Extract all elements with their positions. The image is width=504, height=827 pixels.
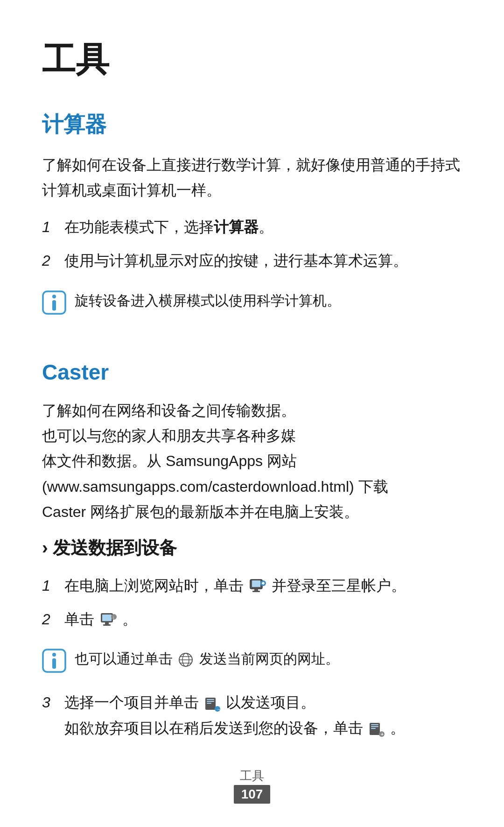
calculator-title: 计算器: [42, 110, 462, 139]
later-send-icon: +: [369, 721, 385, 737]
svg-point-1: [52, 295, 56, 298]
svg-rect-26: [207, 701, 214, 702]
caster-step-number-3: 3: [42, 690, 56, 741]
calculator-section: 计算器 了解如何在设备上直接进行数学计算，就好像使用普通的手持式计算机或桌面计算…: [42, 110, 462, 318]
caster-step-content-2: 单击 ↓ 。: [64, 607, 462, 632]
caster-note-text: 也可以通过单击 发送当前网页的网址。: [75, 647, 339, 671]
footer-page-number: 107: [234, 785, 271, 804]
svg-rect-31: [371, 724, 378, 725]
step-content-1: 在功能表模式下，选择计算器。: [64, 214, 462, 240]
calculator-note-text: 旋转设备进入横屏模式以使用科学计算机。: [75, 289, 341, 312]
caster-steps: 1 在电脑上浏览网站时，单击 并登录至三星帐户。 2 单击: [42, 573, 462, 632]
caster-steps-continued: 3 选择一个项目并单击 → 以发送项目。 如欲放弃项目以: [42, 690, 462, 741]
note-icon-2: [42, 649, 66, 673]
caster-step-number-1: 1: [42, 573, 56, 598]
send-data-subsection-title: › 发送数据到设备: [42, 536, 462, 560]
svg-rect-18: [52, 658, 56, 669]
step-number-2: 2: [42, 248, 56, 273]
caster-intro: 了解如何在网络和设备之间传输数据。 也可以与您的家人和朋友共享各种多媒 体文件和…: [42, 398, 462, 525]
svg-rect-6: [252, 591, 260, 592]
svg-rect-2: [52, 300, 56, 311]
svg-rect-32: [371, 726, 378, 727]
svg-rect-27: [207, 703, 211, 704]
calculator-intro: 了解如何在设备上直接进行数学计算，就好像使用普通的手持式计算机或桌面计算机一样。: [42, 152, 462, 203]
svg-rect-13: [103, 624, 111, 626]
caster-section: Caster 了解如何在网络和设备之间传输数据。 也可以与您的家人和朋友共享各种…: [42, 360, 462, 741]
caster-step-1: 1 在电脑上浏览网站时，单击 并登录至三星帐户。: [42, 573, 462, 598]
calculator-note: 旋转设备进入横屏模式以使用科学计算机。: [42, 285, 462, 318]
computer-icon: [249, 579, 266, 594]
step-content-2: 使用与计算机显示对应的按键，进行基本算术运算。: [64, 248, 462, 273]
svg-text:+: +: [381, 732, 384, 737]
svg-rect-5: [254, 589, 258, 591]
caster-step-2: 2 单击 ↓ 。: [42, 607, 462, 632]
caster-step-number-2: 2: [42, 607, 56, 632]
svg-text:→: →: [216, 707, 220, 712]
caster-step-3: 3 选择一个项目并单击 → 以发送项目。 如欲放弃项目以: [42, 690, 462, 741]
caster-step-content-3: 选择一个项目并单击 → 以发送项目。 如欲放弃项目以在稍后发送到您的设备，单击: [64, 690, 462, 741]
subsection-label: 发送数据到设备: [53, 536, 177, 560]
footer: 工具 107: [0, 768, 504, 804]
arrow-icon: ›: [42, 538, 48, 558]
caster-note: 也可以通过单击 发送当前网页的网址。: [42, 643, 462, 677]
svg-rect-12: [105, 622, 109, 624]
svg-point-17: [52, 653, 56, 657]
svg-rect-33: [371, 728, 376, 729]
item-send-icon: →: [204, 696, 220, 712]
page-title: 工具: [42, 37, 462, 82]
divider-1: [42, 332, 462, 355]
globe-icon: [178, 652, 194, 668]
send-icon: ↓: [100, 612, 117, 628]
svg-rect-11: [102, 615, 112, 621]
calculator-bold-label: 计算器: [214, 219, 259, 235]
footer-label: 工具: [240, 768, 264, 784]
svg-rect-25: [207, 699, 214, 700]
step3-line1: 选择一个项目并单击 → 以发送项目。: [64, 694, 315, 711]
step-number-1: 1: [42, 214, 56, 240]
caster-title: Caster: [42, 360, 462, 385]
calculator-step-1: 1 在功能表模式下，选择计算器。: [42, 214, 462, 240]
svg-rect-9: [262, 583, 265, 584]
svg-text:↓: ↓: [112, 615, 115, 620]
note-icon: [42, 290, 66, 315]
caster-step-content-1: 在电脑上浏览网站时，单击 并登录至三星帐户。: [64, 573, 462, 598]
calculator-step-2: 2 使用与计算机显示对应的按键，进行基本算术运算。: [42, 248, 462, 273]
calculator-steps: 1 在功能表模式下，选择计算器。 2 使用与计算机显示对应的按键，进行基本算术运…: [42, 214, 462, 274]
step3-line2: 如欲放弃项目以在稍后发送到您的设备，单击 + 。: [64, 720, 405, 736]
svg-rect-4: [252, 580, 260, 587]
